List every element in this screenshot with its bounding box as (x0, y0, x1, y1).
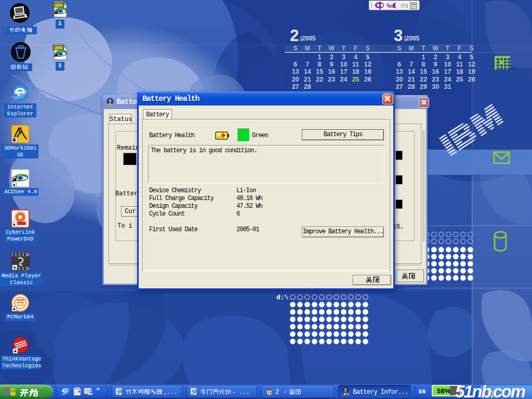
svg-text:d:\: d:\ (276, 294, 289, 301)
svg-text:JPG: JPG (55, 3, 62, 8)
svg-text:JPG: JPG (55, 46, 62, 50)
